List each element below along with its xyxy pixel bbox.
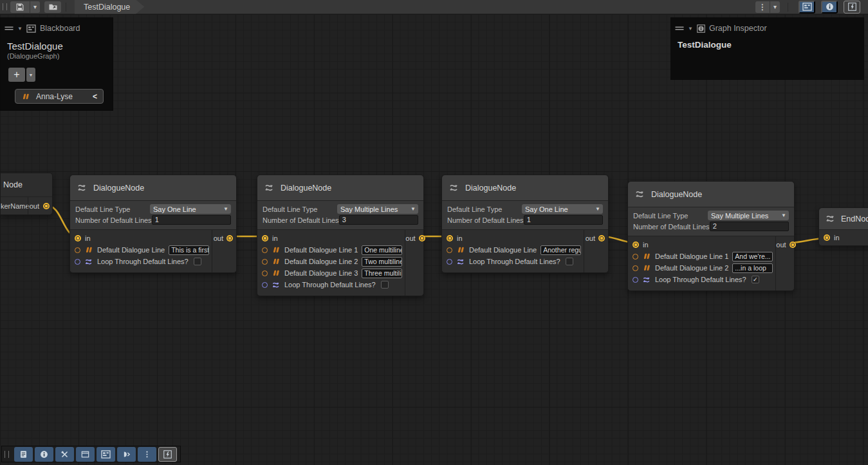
dialogue-node[interactable]: DialogueNode Default Line Type Say Multi… (257, 175, 424, 296)
panel-window-button[interactable] (76, 447, 95, 462)
port-row-string: Default Dialogue Line 2 ...in a loop (633, 262, 773, 274)
num-lines-field[interactable]: 2 (710, 222, 789, 231)
string-port[interactable] (633, 265, 638, 271)
partial-node[interactable]: Node kerName out (0, 173, 53, 215)
toolbar-drag-handle[interactable] (3, 3, 7, 10)
num-lines-field[interactable]: 1 (152, 215, 231, 225)
line-type-dropdown[interactable]: Say Multiple Lines▼ (337, 204, 418, 214)
loop-icon (456, 258, 465, 266)
string-port[interactable] (262, 247, 268, 253)
toggle-preview-button[interactable] (844, 1, 860, 14)
loop-checkbox[interactable] (566, 258, 573, 265)
num-lines-label: Number of Default Lines (75, 216, 152, 224)
chevron-down-icon: ▼ (781, 213, 786, 218)
string-port[interactable] (262, 259, 268, 265)
dialogue-line-field[interactable]: And we're... (732, 252, 773, 261)
string-port[interactable] (633, 254, 638, 260)
out-port[interactable] (226, 235, 233, 242)
node-header[interactable]: DialogueNode (442, 175, 608, 201)
chevron-left-icon[interactable]: < (93, 92, 97, 101)
options-dropdown-button[interactable]: ▾ (770, 1, 780, 13)
num-lines-label: Number of Default Lines (447, 216, 524, 224)
toolbar-drag-handle[interactable] (5, 451, 9, 458)
show-in-project-button[interactable] (44, 1, 61, 13)
breadcrumb-tab-label: TestDialogue (84, 3, 130, 12)
panel-transition-button[interactable] (117, 447, 136, 462)
options-button[interactable]: ⋮ (755, 1, 770, 13)
num-lines-field[interactable]: 3 (339, 215, 418, 225)
node-title: Node (3, 180, 23, 189)
toggle-blackboard-button[interactable] (799, 1, 815, 14)
blackboard-icon (101, 450, 111, 459)
node-header[interactable]: DialogueNode (257, 175, 423, 201)
hamburger-icon[interactable] (675, 26, 684, 31)
node-header[interactable]: DialogueNode (70, 175, 236, 201)
in-port[interactable] (75, 235, 81, 242)
hamburger-icon[interactable] (5, 26, 14, 31)
out-port[interactable] (598, 235, 605, 242)
loop-checkbox[interactable] (194, 258, 201, 265)
bool-port[interactable] (447, 259, 452, 265)
panel-tools-button[interactable] (55, 447, 74, 462)
bool-port[interactable] (262, 282, 268, 288)
num-lines-label: Number of Default Lines (633, 223, 710, 231)
node-header[interactable]: EndNode (819, 208, 868, 230)
node-properties: Default Line Type Say One Line▼ Number o… (70, 201, 236, 230)
string-port[interactable] (75, 247, 80, 253)
save-options-button[interactable]: ▾ (30, 1, 40, 13)
collapse-triangle-icon[interactable]: ▼ (688, 26, 693, 32)
string-port[interactable] (262, 270, 268, 276)
transition-icon (122, 450, 131, 459)
port-label: in (643, 241, 649, 249)
num-lines-field[interactable]: 1 (524, 215, 603, 225)
panel-info-button[interactable] (35, 447, 53, 462)
dialogue-line-field[interactable]: ...in a loop (732, 263, 773, 273)
out-port[interactable] (419, 235, 425, 242)
loop-checkbox[interactable]: ✓ (752, 276, 759, 283)
toggle-graph-inspector-button[interactable] (821, 1, 838, 14)
dialogue-line-field[interactable]: Three multili (362, 269, 402, 278)
panel-document-button[interactable] (14, 447, 33, 462)
port-label: in (834, 234, 840, 242)
in-port[interactable] (633, 242, 639, 248)
dialogue-line-field[interactable]: Another regu (540, 245, 581, 255)
save-button[interactable] (10, 1, 30, 13)
dialogue-line-field[interactable]: This is a first (169, 245, 209, 255)
chevron-down-icon: ▼ (223, 206, 228, 212)
quote-icon (84, 247, 93, 253)
out-port[interactable] (43, 203, 50, 209)
port-row-out: out (214, 232, 233, 244)
breadcrumb-tab[interactable]: TestDialogue (75, 0, 144, 14)
add-field-dropdown-button[interactable]: ▼ (26, 68, 35, 82)
node-properties: Default Line Type Say Multiple Lines▼ Nu… (628, 207, 794, 236)
loop-checkbox[interactable] (381, 281, 389, 289)
document-icon (19, 450, 28, 459)
in-port[interactable] (262, 235, 268, 242)
dialogue-node[interactable]: DialogueNode Default Line Type Say One L… (69, 175, 237, 273)
dialogue-node[interactable]: DialogueNode Default Line Type Say One L… (441, 175, 609, 273)
out-port[interactable] (790, 242, 796, 248)
line-type-dropdown[interactable]: Say One Line▼ (522, 204, 603, 214)
dialogue-line-field[interactable]: One multiline (362, 245, 402, 255)
panel-blackboard-button[interactable] (97, 447, 115, 462)
panel-more-button[interactable] (138, 447, 156, 462)
line-type-dropdown[interactable]: Say Multiple Lines▼ (708, 211, 789, 220)
port-row-string: Default Dialogue Line 2 Two multiline (262, 256, 402, 267)
line-type-dropdown[interactable]: Say One Line▼ (150, 204, 231, 214)
bool-port[interactable] (633, 277, 638, 283)
add-field-button[interactable]: + (8, 68, 25, 82)
blackboard-field[interactable]: Anna-Lyse < (15, 89, 104, 104)
node-header[interactable]: DialogueNode (628, 182, 794, 207)
in-port[interactable] (447, 235, 453, 242)
bool-port[interactable] (75, 259, 80, 265)
port-label: Default Dialogue Line 3 (284, 269, 358, 277)
quote-icon (642, 265, 651, 271)
panel-lightning-button[interactable] (158, 447, 177, 462)
collapse-triangle-icon[interactable]: ▼ (17, 26, 23, 32)
in-port[interactable] (824, 234, 830, 241)
string-port[interactable] (447, 247, 452, 253)
port-label: Default Dialogue Line (97, 246, 165, 254)
dialogue-node[interactable]: DialogueNode Default Line Type Say Multi… (627, 181, 795, 291)
end-node[interactable]: EndNode in (818, 207, 868, 246)
dialogue-line-field[interactable]: Two multiline (362, 257, 402, 267)
